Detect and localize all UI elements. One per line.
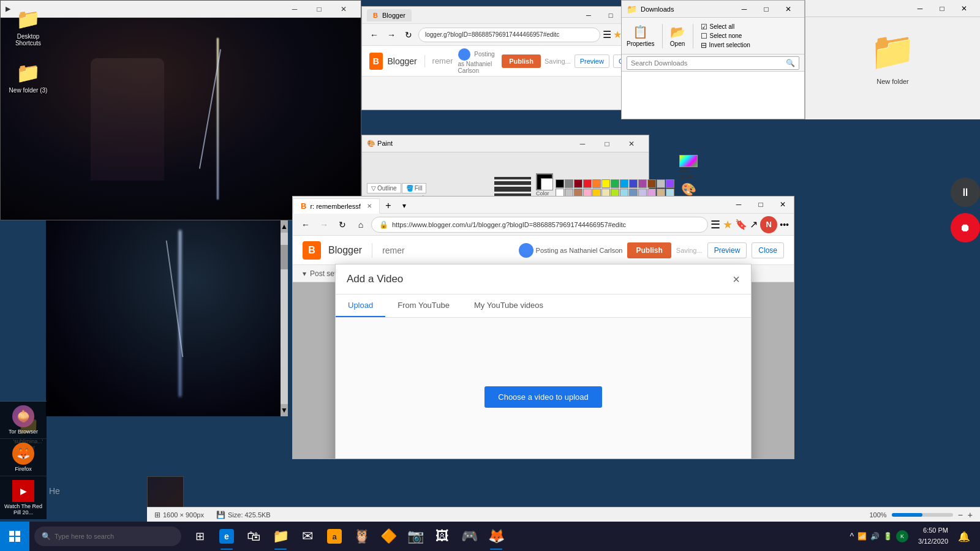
paint-minimize[interactable]: ─ bbox=[570, 135, 595, 152]
taskbar-store[interactable]: 🛍 bbox=[240, 522, 267, 551]
network-icon[interactable]: 📶 bbox=[858, 532, 867, 541]
properties-btn[interactable]: 📋 Properties bbox=[627, 24, 655, 47]
edit-colors-btn[interactable]: Edit colors bbox=[679, 155, 698, 179]
taskbar-vlc[interactable]: 🔶 bbox=[375, 522, 402, 551]
record-btn[interactable]: ⏺ bbox=[951, 213, 980, 242]
color-black[interactable] bbox=[556, 179, 564, 188]
fe-search-input[interactable] bbox=[631, 59, 786, 67]
outline-btn[interactable]: ▽ Outline bbox=[367, 183, 401, 193]
browser-close[interactable]: ✕ bbox=[772, 196, 794, 213]
preview-btn-bg[interactable]: Preview bbox=[575, 54, 609, 68]
extensions-icon[interactable]: ☰ bbox=[710, 218, 720, 231]
select-none-btn[interactable]: ☐ Select none bbox=[701, 32, 750, 40]
bg-url-bar[interactable]: logger.g?blogID=886885796917444466957#ed… bbox=[418, 28, 600, 42]
tab-my-videos[interactable]: My YouTube videos bbox=[462, 294, 556, 317]
zoom-slider[interactable] bbox=[892, 513, 953, 517]
tab-youtube[interactable]: From YouTube bbox=[385, 294, 462, 317]
open-btn[interactable]: 📂 Open bbox=[670, 24, 685, 47]
task-view-btn[interactable]: ⊞ bbox=[186, 522, 213, 551]
color-silver[interactable] bbox=[657, 179, 665, 188]
color-red[interactable] bbox=[583, 179, 592, 188]
bg-bookmark-icon[interactable]: ☰ bbox=[603, 29, 611, 40]
arrow-up-icon[interactable]: ^ bbox=[850, 531, 854, 541]
clock[interactable]: 6:50 PM 3/12/2020 bbox=[916, 525, 951, 547]
color-violet[interactable] bbox=[666, 179, 674, 188]
more-icon[interactable]: ••• bbox=[780, 220, 789, 230]
fill-btn[interactable]: 🪣 Fill bbox=[402, 183, 427, 193]
bg-minimize[interactable]: ─ bbox=[578, 7, 600, 24]
select-all-btn[interactable]: ☑ Select all bbox=[701, 23, 750, 31]
size-3[interactable] bbox=[494, 187, 531, 192]
zoom-in-btn[interactable]: + bbox=[968, 510, 973, 520]
color-gray[interactable] bbox=[565, 179, 573, 188]
tor-browser-item[interactable]: 🧅 Tor Browser bbox=[0, 402, 47, 439]
pause-btn[interactable]: ⏸ bbox=[951, 178, 980, 207]
back-btn[interactable]: ← bbox=[298, 217, 314, 233]
firefox-preview-item[interactable]: 🦊 Firefox bbox=[0, 439, 47, 476]
star-icon[interactable]: ★ bbox=[723, 218, 733, 231]
close-btn[interactable]: ✕ bbox=[331, 1, 356, 18]
bg-forward[interactable]: → bbox=[384, 28, 399, 42]
color-darkred[interactable] bbox=[574, 179, 582, 188]
watch-redpill-item[interactable]: ▶ Watch The Red Pill 20... bbox=[0, 476, 47, 519]
bookmark-icon[interactable]: 🔖 bbox=[735, 219, 747, 230]
taskbar-search[interactable]: 🔍 bbox=[34, 527, 181, 546]
maximize-btn[interactable]: □ bbox=[307, 1, 331, 18]
battery-icon[interactable]: 🔋 bbox=[883, 532, 892, 541]
new-tab-btn[interactable]: + bbox=[380, 198, 397, 213]
url-bar[interactable]: 🔒 https://www.blogger.com/u/1/blogger.g?… bbox=[371, 217, 708, 233]
speaker-icon[interactable]: 🔊 bbox=[870, 532, 880, 541]
forward-btn[interactable]: → bbox=[316, 217, 332, 233]
color-orange[interactable] bbox=[592, 179, 601, 188]
taskbar-edge[interactable]: e bbox=[213, 522, 240, 551]
minimize-btn[interactable]: ─ bbox=[282, 1, 307, 18]
taskbar-photos[interactable]: 🖼 bbox=[429, 522, 456, 551]
desktop-shortcuts-icon[interactable]: 📁 Desktop Shortcuts bbox=[5, 5, 51, 49]
browser-minimize[interactable]: ─ bbox=[728, 196, 750, 213]
start-button[interactable] bbox=[0, 522, 29, 551]
dialog-close-btn[interactable]: × bbox=[733, 273, 740, 285]
choose-video-btn[interactable]: Choose a video to upload bbox=[484, 386, 601, 408]
color-purple[interactable] bbox=[638, 179, 647, 188]
security-icon[interactable]: K bbox=[896, 530, 908, 542]
paint-maximize[interactable]: □ bbox=[595, 135, 619, 152]
tab-upload[interactable]: Upload bbox=[336, 294, 385, 317]
fe-minimize[interactable]: ─ bbox=[733, 1, 755, 18]
color-green[interactable] bbox=[611, 179, 619, 188]
scroll-track[interactable] bbox=[281, 233, 288, 404]
bg-refresh[interactable]: ↻ bbox=[401, 28, 416, 42]
scrollbar[interactable]: ▲ ▼ bbox=[281, 220, 288, 416]
color-blue[interactable] bbox=[620, 179, 628, 188]
browser-bg-tab[interactable]: B Blogger bbox=[367, 9, 412, 21]
nf-maximize[interactable]: □ bbox=[931, 0, 953, 17]
share-icon[interactable]: ↗ bbox=[750, 219, 758, 230]
bg-back[interactable]: ← bbox=[367, 28, 382, 42]
browser-maximize[interactable]: □ bbox=[750, 196, 772, 213]
profile-avatar[interactable]: N bbox=[760, 216, 777, 233]
taskbar-search-input[interactable] bbox=[55, 533, 174, 540]
color-yellow[interactable] bbox=[601, 179, 610, 188]
taskbar-camera[interactable]: 📷 bbox=[402, 522, 429, 551]
tab-dropdown-btn[interactable]: ▾ bbox=[397, 198, 412, 213]
color-brown[interactable] bbox=[647, 179, 656, 188]
size-2[interactable] bbox=[494, 181, 531, 185]
scroll-down[interactable]: ▼ bbox=[281, 404, 288, 416]
nf-minimize[interactable]: ─ bbox=[909, 0, 931, 17]
publish-button[interactable]: Publish bbox=[627, 242, 671, 258]
color1-swatch[interactable] bbox=[536, 173, 553, 190]
home-btn[interactable]: ⌂ bbox=[353, 217, 369, 233]
browser-active-tab[interactable]: B r: rememberlessf ✕ bbox=[293, 198, 380, 214]
paint-close[interactable]: ✕ bbox=[619, 135, 644, 152]
close-blog-button[interactable]: Close bbox=[752, 242, 784, 258]
color-indigo[interactable] bbox=[629, 179, 638, 188]
invert-selection-btn[interactable]: ⊟ Invert selection bbox=[701, 41, 750, 50]
fe-search-container[interactable]: 🔍 bbox=[627, 56, 799, 70]
video-window[interactable]: ▶ ─ □ ✕ bbox=[0, 0, 361, 220]
zoom-out-btn[interactable]: − bbox=[958, 510, 963, 520]
taskbar-firefox[interactable]: 🦊 bbox=[483, 522, 510, 551]
scroll-thumb[interactable] bbox=[281, 245, 288, 269]
size-1[interactable] bbox=[494, 177, 531, 179]
taskbar-explorer[interactable]: 📁 bbox=[267, 522, 294, 551]
taskbar-amazon[interactable]: a bbox=[321, 522, 348, 551]
tab-close-icon[interactable]: ✕ bbox=[367, 203, 372, 209]
